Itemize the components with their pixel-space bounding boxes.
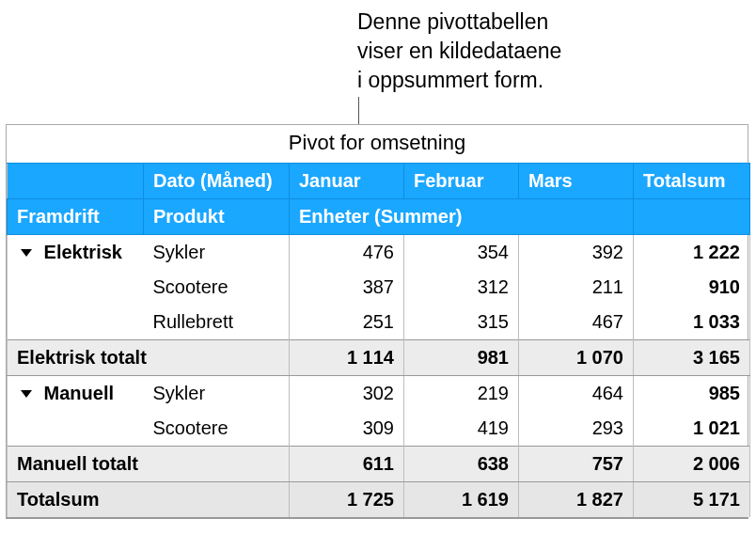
row-total-cell: 910 (634, 270, 750, 305)
header-date-month: Dato (Måned) (144, 164, 290, 199)
product-cell: Scootere (144, 411, 290, 447)
subtotal-label: Elektrisk totalt (8, 340, 290, 376)
group-label: Elektrisk (44, 242, 122, 262)
value-cell: 312 (404, 270, 519, 305)
group-spacer (8, 411, 144, 447)
value-cell: 315 (404, 305, 519, 340)
chevron-down-icon (21, 390, 32, 398)
value-cell: 464 (519, 376, 634, 412)
header-month-januar: Januar (290, 164, 404, 199)
subtotal-cell: 981 (404, 340, 519, 376)
product-cell: Scootere (144, 270, 290, 305)
header-month-mars: Mars (519, 164, 634, 199)
subtotal-row-elektrisk: Elektrisk totalt 1 114 981 1 070 3 165 (8, 340, 750, 376)
value-cell: 419 (404, 411, 519, 447)
value-cell: 354 (404, 235, 519, 271)
subtotal-cell: 1 114 (290, 340, 404, 376)
value-cell: 211 (519, 270, 634, 305)
product-cell: Sykler (144, 376, 290, 412)
subtotal-cell: 638 (404, 447, 519, 482)
grand-total-cell: 1 725 (290, 482, 404, 518)
caption-text: Denne pivottabellen viser en kildedataen… (357, 8, 686, 95)
leader-line (358, 97, 359, 125)
subtotal-row-manuell: Manuell totalt 611 638 757 2 006 (8, 447, 750, 482)
table-row: Rullebrett 251 315 467 1 033 (8, 305, 750, 340)
value-cell: 476 (290, 235, 404, 271)
table-row: Scootere 309 419 293 1 021 (8, 411, 750, 447)
group-spacer (8, 270, 144, 305)
subtotal-cell: 757 (519, 447, 634, 482)
value-cell: 309 (290, 411, 404, 447)
group-label: Manuell (44, 383, 114, 403)
header-framdrift: Framdrift (8, 199, 144, 235)
value-cell: 219 (404, 376, 519, 412)
subtotal-cell: 611 (290, 447, 404, 482)
header-blank-1 (8, 164, 144, 199)
header-month-februar: Februar (404, 164, 519, 199)
header-row-2: Framdrift Produkt Enheter (Summer) (8, 199, 750, 235)
grand-total-cell: 1 619 (404, 482, 519, 518)
group-toggle-manuell[interactable]: Manuell (8, 376, 144, 412)
product-cell: Sykler (144, 235, 290, 271)
chevron-down-icon (21, 249, 32, 257)
subtotal-label: Manuell totalt (8, 447, 290, 482)
subtotal-cell: 1 070 (519, 340, 634, 376)
grand-total-row: Totalsum 1 725 1 619 1 827 5 171 (8, 482, 750, 518)
header-enheter-summer: Enheter (Summer) (290, 199, 634, 235)
value-cell: 293 (519, 411, 634, 447)
caption-line-3: i oppsummert form. (357, 68, 543, 92)
header-totalsum: Totalsum (634, 164, 750, 199)
pivot-table: Pivot for omsetning Dato (Måned) Januar … (6, 124, 748, 519)
table-title: Pivot for omsetning (7, 125, 748, 163)
header-row-1: Dato (Måned) Januar Februar Mars Totalsu… (8, 164, 750, 199)
value-cell: 392 (519, 235, 634, 271)
grand-total-label: Totalsum (8, 482, 290, 518)
value-cell: 302 (290, 376, 404, 412)
grand-total-total-cell: 5 171 (634, 482, 750, 518)
subtotal-total-cell: 2 006 (634, 447, 750, 482)
caption-line-1: Denne pivottabellen (357, 9, 548, 34)
table-row: Scootere 387 312 211 910 (8, 270, 750, 305)
subtotal-total-cell: 3 165 (634, 340, 750, 376)
value-cell: 467 (519, 305, 634, 340)
header-produkt: Produkt (144, 199, 290, 235)
row-total-cell: 1 033 (634, 305, 750, 340)
table-row: Manuell Sykler 302 219 464 985 (8, 376, 750, 412)
group-spacer (8, 305, 144, 340)
product-cell: Rullebrett (144, 305, 290, 340)
grand-total-cell: 1 827 (519, 482, 634, 518)
row-total-cell: 1 222 (634, 235, 750, 271)
table-row: Elektrisk Sykler 476 354 392 1 222 (8, 235, 750, 271)
caption-line-2: viser en kildedataene (357, 39, 561, 63)
value-cell: 387 (290, 270, 404, 305)
group-toggle-elektrisk[interactable]: Elektrisk (8, 235, 144, 271)
row-total-cell: 1 021 (634, 411, 750, 447)
row-total-cell: 985 (634, 376, 750, 412)
value-cell: 251 (290, 305, 404, 340)
header-blank-2 (634, 199, 750, 235)
